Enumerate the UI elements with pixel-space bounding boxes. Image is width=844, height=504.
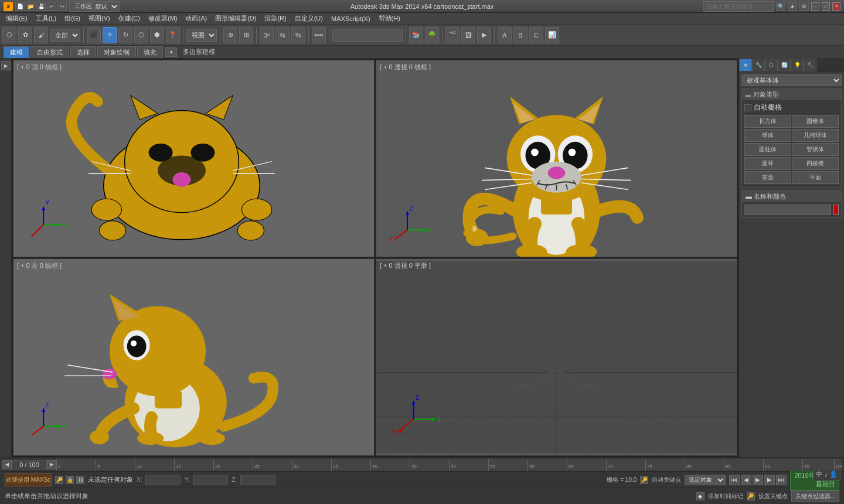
num3[interactable]: 3d <box>260 27 274 43</box>
tab-more-icon[interactable]: ▾ <box>165 47 177 57</box>
select-object-dropdown[interactable]: 选定对象 <box>685 475 726 485</box>
search-icon[interactable]: 🔍 <box>776 2 785 11</box>
select-move[interactable]: ✛ <box>103 27 117 43</box>
x-coord-input[interactable] <box>145 475 181 485</box>
percent2[interactable]: % <box>291 27 305 43</box>
render-setup[interactable]: 🎬 <box>445 27 460 43</box>
tb-extra2[interactable]: B <box>513 27 528 43</box>
quick-render[interactable]: ▶ <box>477 27 491 43</box>
percent1[interactable]: % <box>275 27 290 43</box>
btn-plane[interactable]: 平面 <box>792 171 839 184</box>
select-scale[interactable]: ⬡ <box>134 27 148 43</box>
tb-new[interactable]: 📄 <box>15 2 25 11</box>
rp-tab-display[interactable]: 💡 <box>791 59 804 71</box>
tab-freeform[interactable]: 自由形式 <box>30 46 69 58</box>
select-filter[interactable]: 全部 <box>50 29 80 42</box>
btn-cone[interactable]: 圆锥体 <box>792 115 839 128</box>
lp-btn1[interactable]: ▶ <box>1 61 11 70</box>
rp-tab-create[interactable]: ★ <box>739 59 752 71</box>
object-type-header[interactable]: ▬ 对象类型 <box>742 89 841 100</box>
tb-save[interactable]: 💾 <box>36 2 46 11</box>
btn-torus[interactable]: 圆环 <box>744 157 791 170</box>
tb-open[interactable]: 📂 <box>26 2 35 11</box>
menu-maxscript[interactable]: MAXScript(X) <box>328 14 374 23</box>
anim-first-frame[interactable]: ⏮ <box>729 475 740 485</box>
freehand-select[interactable]: ✿ <box>18 27 32 43</box>
btn-sphere[interactable]: 球体 <box>744 129 791 142</box>
viewport-perspective-smooth[interactable]: [ + 0 透视 0 平滑 ] <box>376 258 737 456</box>
select-scale2[interactable]: ⬢ <box>150 27 164 43</box>
tb-btn2[interactable]: ⊞ <box>239 27 253 43</box>
search-input[interactable] <box>703 1 774 12</box>
menu-help[interactable]: 帮助(H) <box>375 13 404 24</box>
menu-graph-editor[interactable]: 图形编辑器(D) <box>212 13 260 24</box>
layer-manager[interactable]: 📚 <box>409 27 423 43</box>
select-tool[interactable]: ⬡ <box>2 27 16 43</box>
btn-geosphere[interactable]: 几何球体 <box>792 129 839 142</box>
render-frame[interactable]: 🖼 <box>461 27 475 43</box>
tab-populate[interactable]: 填充 <box>137 46 163 58</box>
btn-tube[interactable]: 管状体 <box>792 143 839 156</box>
anim-last-frame[interactable]: ⏭ <box>776 475 787 485</box>
anim-next-frame[interactable]: ▶ <box>764 475 775 485</box>
select-object[interactable]: ⬛ <box>87 27 101 43</box>
btn-pyramid[interactable]: 四棱锥 <box>792 157 839 170</box>
z-coord-input[interactable] <box>240 475 275 485</box>
tab-modeling[interactable]: 建模 <box>4 46 29 58</box>
paint-select[interactable]: 🖌 <box>34 27 48 43</box>
tb-icon1[interactable]: ★ <box>788 2 797 11</box>
menu-view[interactable]: 视图(V) <box>85 13 114 24</box>
menu-render[interactable]: 渲染(R) <box>261 13 290 24</box>
tab-object-paint[interactable]: 对象绘制 <box>97 46 136 58</box>
btn-box[interactable]: 长方体 <box>744 115 791 128</box>
tb-redo[interactable]: ↪ <box>57 2 67 11</box>
scene-explorer[interactable]: 🌳 <box>425 27 439 43</box>
viewport-perspective-wireframe[interactable]: [ + 0 透视 0 线框 ] <box>376 60 737 257</box>
maximize-button[interactable]: □ <box>822 2 830 11</box>
pivot-tool[interactable]: ⊕ <box>223 27 237 43</box>
rp-tab-hierarchy[interactable]: ⬡ <box>765 59 778 71</box>
select-rotate[interactable]: ↻ <box>118 27 132 43</box>
mirror-tool[interactable]: ⟺ <box>312 27 326 43</box>
menu-modifier[interactable]: 修改器(M) <box>145 13 181 24</box>
menu-edit[interactable]: 编辑(E) <box>2 13 31 24</box>
primitive-type-select[interactable]: 标准基本体 <box>741 74 842 86</box>
color-swatch[interactable] <box>833 205 839 215</box>
viewport-left[interactable]: [ + 0 左 0 线框 ] <box>13 258 375 456</box>
timeline-ruler[interactable]: 0 5 10 15 20 25 30 35 40 45 50 55 60 65 … <box>56 459 842 471</box>
viewport-top[interactable]: [ + 0 顶 0 线框 ] <box>13 60 375 257</box>
rp-tab-utilities[interactable]: 🔨 <box>804 59 816 71</box>
menu-create[interactable]: 创建(C) <box>115 13 144 24</box>
set-key-btn[interactable]: 🔑 <box>747 492 755 500</box>
rp-tab-modify[interactable]: 🔧 <box>752 59 765 71</box>
menu-group[interactable]: 组(G) <box>61 13 84 24</box>
y-coord-input[interactable] <box>193 475 228 485</box>
menu-customize[interactable]: 自定义(U) <box>291 13 326 24</box>
tb-undo[interactable]: ↩ <box>47 2 56 11</box>
diamond-icon[interactable]: ◆ <box>696 492 705 500</box>
tb-extra3[interactable]: C <box>529 27 543 43</box>
tab-select[interactable]: 选择 <box>70 46 96 58</box>
close-button[interactable]: ✕ <box>832 2 840 11</box>
workspace-select[interactable]: 工作区: 默认 <box>69 1 120 12</box>
btn-teapot[interactable]: 茶壶 <box>744 171 791 184</box>
magnet-icon[interactable]: 🔑 <box>640 476 648 484</box>
menu-animation[interactable]: 动画(A) <box>182 13 210 24</box>
tb-extra4[interactable]: 📊 <box>545 27 559 43</box>
tb-extra1[interactable]: A <box>498 27 512 43</box>
selection-set-input[interactable] <box>332 29 403 42</box>
tb-icon2[interactable]: ⚙ <box>799 2 809 11</box>
anim-prev-frame[interactable]: ◀ <box>741 475 751 485</box>
name-color-header[interactable]: ▬ 名称和颜色 <box>742 191 841 202</box>
key-filter-btn[interactable]: 关键点过滤器... <box>791 491 839 502</box>
menu-tools[interactable]: 工具(L) <box>32 13 60 24</box>
auto-grid-checkbox[interactable] <box>744 104 751 111</box>
place-tool[interactable]: 📍 <box>166 27 180 43</box>
timeline-prev[interactable]: ◀ <box>2 460 12 469</box>
rp-tab-motion[interactable]: 🔄 <box>778 59 791 71</box>
anim-play[interactable]: ▶ <box>753 475 763 485</box>
btn-cylinder[interactable]: 圆柱体 <box>744 143 791 156</box>
timeline-next[interactable]: ▶ <box>47 460 56 469</box>
minimize-button[interactable]: ─ <box>811 2 819 11</box>
name-input[interactable] <box>744 205 831 215</box>
